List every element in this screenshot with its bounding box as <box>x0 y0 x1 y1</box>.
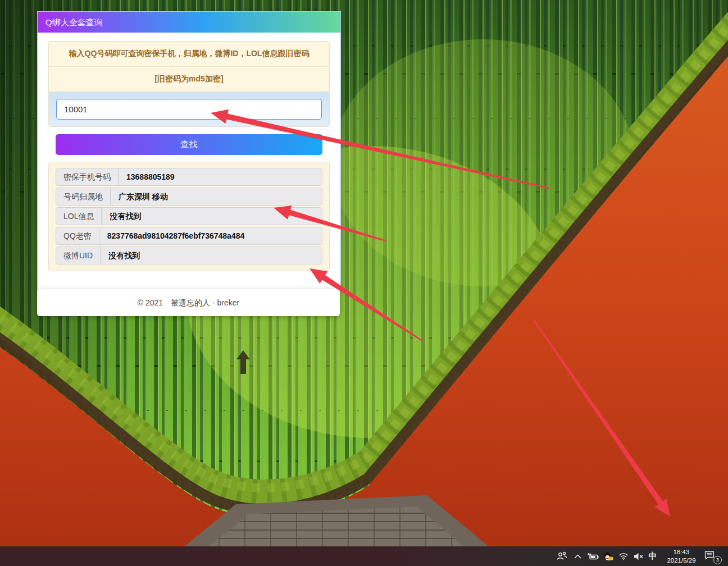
taskbar-clock[interactable]: 18:43 2021/5/29 <box>663 548 700 565</box>
result-value: 13688805189 <box>119 168 322 185</box>
volume-muted-icon[interactable] <box>631 546 646 566</box>
result-value: 8237768ad98104287f6ebf736748a484 <box>99 227 322 244</box>
result-value: 广东深圳 移动 <box>111 188 322 205</box>
desktop: Q绑大全套查询 输入QQ号码即可查询密保手机，归属地，微博ID，LOL信息跟旧密… <box>0 0 728 566</box>
qq-number-input[interactable] <box>56 99 322 120</box>
notice-text: 输入QQ号码即可查询密保手机，归属地，微博ID，LOL信息跟旧密码 <box>49 42 329 67</box>
taskbar: 中 18:43 2021/5/29 3 <box>0 546 728 566</box>
battery-icon[interactable] <box>585 546 600 566</box>
result-row: 微博UID 没有找到 <box>56 247 322 264</box>
notice-md5-text: [旧密码为md5加密] <box>49 67 329 92</box>
results-panel: 密保手机号码 13688805189 号码归属地 广东深圳 移动 LOL信息 没… <box>48 162 330 271</box>
notification-badge: 3 <box>713 556 722 564</box>
result-row: LOL信息 没有找到 <box>56 207 322 225</box>
app-body: 输入QQ号码即可查询密保手机，归属地，微博ID，LOL信息跟旧密码 [旧密码为m… <box>38 33 340 290</box>
result-row: 密保手机号码 13688805189 <box>56 168 322 186</box>
query-app-window: Q绑大全套查询 输入QQ号码即可查询密保手机，归属地，微博ID，LOL信息跟旧密… <box>37 11 341 291</box>
input-strip <box>49 92 329 126</box>
result-value: 没有找到 <box>101 247 322 264</box>
input-language-indicator[interactable]: 中 <box>646 546 659 566</box>
app-title-bar: Q绑大全套查询 <box>38 12 340 33</box>
result-row: 号码归属地 广东深圳 移动 <box>56 188 322 206</box>
result-label: 密保手机号码 <box>56 168 119 185</box>
clock-date: 2021/5/29 <box>663 556 700 565</box>
result-label: QQ老密 <box>56 227 99 244</box>
copyright-text: © 2021 被遗忘的人 - breker <box>138 298 239 307</box>
result-value: 没有找到 <box>102 208 322 225</box>
result-label: 号码归属地 <box>56 188 111 205</box>
wifi-icon[interactable] <box>616 546 631 566</box>
copyright-bar: © 2021 被遗忘的人 - breker <box>37 289 340 316</box>
result-label: LOL信息 <box>56 208 102 225</box>
result-row: QQ老密 8237768ad98104287f6ebf736748a484 <box>56 227 322 245</box>
notice-panel: 输入QQ号码即可查询密保手机，归属地，微博ID，LOL信息跟旧密码 [旧密码为m… <box>48 41 330 127</box>
search-button[interactable]: 查找 <box>56 134 322 155</box>
clock-time: 18:43 <box>663 548 700 556</box>
app-title: Q绑大全套查询 <box>46 17 103 27</box>
chevron-up-icon[interactable] <box>570 546 585 566</box>
people-icon[interactable] <box>553 546 570 566</box>
system-tray: 中 18:43 2021/5/29 3 <box>553 546 722 566</box>
action-center-icon[interactable]: 3 <box>703 546 722 566</box>
result-label: 微博UID <box>56 247 101 264</box>
button-row: 查找 <box>48 127 330 155</box>
qq-icon[interactable] <box>600 546 616 566</box>
